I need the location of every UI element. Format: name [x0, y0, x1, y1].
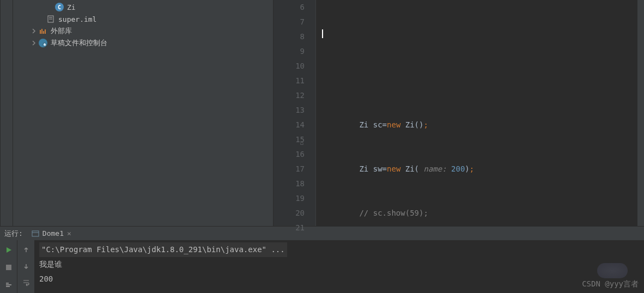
run-toolbar-secondary — [17, 240, 35, 293]
line-number: 10 — [274, 59, 305, 74]
run-tab-label: Dome1 — [42, 229, 64, 237]
scratch-icon — [39, 39, 47, 47]
up-button[interactable] — [21, 245, 32, 255]
line-number: 19 — [274, 191, 305, 206]
line-number: 9 — [274, 44, 305, 59]
down-button[interactable] — [21, 261, 32, 272]
tree-item-class-zi[interactable]: C Zi — [1, 1, 273, 13]
line-number: 14 — [274, 118, 305, 132]
line-number: 13 — [274, 103, 305, 118]
line-number: 17 — [274, 162, 305, 176]
editor-gutter[interactable]: 6 7 8 9 10 11 12 13 14 15⌂ 16 17 18 19 2… — [274, 0, 316, 226]
rerun-button[interactable] — [3, 245, 14, 255]
tree-label: Zi — [67, 3, 76, 11]
tree-item-iml[interactable]: super.iml — [1, 13, 273, 25]
console-line: 200 — [39, 272, 644, 286]
console-output[interactable]: "C:\Program Files\Java\jdk1.8.0_291\bin\… — [35, 240, 644, 293]
project-sidebar: C Zi super.iml 外部库 草稿文件和控制台 — [0, 0, 274, 226]
svg-rect-3 — [40, 30, 41, 34]
chevron-right-icon — [31, 40, 37, 46]
svg-rect-11 — [32, 231, 39, 236]
tree-label: 草稿文件和控制台 — [51, 38, 107, 48]
line-number: 21 — [274, 221, 305, 235]
file-icon — [46, 15, 55, 23]
line-number: 8 — [274, 29, 305, 44]
tree-label: super.iml — [58, 15, 96, 23]
svg-rect-13 — [6, 265, 11, 270]
library-icon — [39, 27, 47, 35]
close-icon[interactable]: × — [67, 229, 71, 237]
method-end-icon: ⌂ — [300, 136, 303, 150]
console-line: "C:\Program Files\Java\jdk1.8.0_291\bin\… — [39, 242, 287, 257]
run-tab[interactable]: Dome1 × — [29, 227, 74, 240]
editor: 6 7 8 9 10 11 12 13 14 15⌂ 16 17 18 19 2… — [274, 0, 644, 226]
caret — [322, 29, 323, 38]
line-number: 6 — [274, 0, 305, 15]
tree-label: 外部库 — [51, 26, 72, 36]
chevron-right-icon — [31, 28, 37, 34]
console-line: 我是谁 — [39, 257, 644, 272]
svg-rect-4 — [41, 29, 42, 34]
php-badge-icon — [597, 263, 628, 278]
watermark: CSDN @yyy言者 — [582, 277, 639, 291]
layout-button[interactable] — [3, 279, 14, 290]
tree-item-ext-libraries[interactable]: 外部库 — [1, 25, 273, 37]
line-number: 20 — [274, 206, 305, 221]
soft-wrap-button[interactable] — [21, 277, 32, 288]
line-number: 15⌂ — [274, 132, 305, 147]
editor-scrollbar[interactable] — [637, 0, 644, 226]
application-icon — [32, 230, 39, 237]
line-number: 11 — [274, 74, 305, 88]
line-number: 18 — [274, 176, 305, 191]
code-area[interactable]: Zi sc=new Zi(); Zi sw=new Zi( name: 200)… — [316, 0, 637, 226]
svg-rect-5 — [43, 31, 44, 34]
class-icon: C — [55, 3, 64, 11]
line-number: 12 — [274, 88, 305, 103]
line-number: 7 — [274, 15, 305, 29]
tree-item-scratches[interactable]: 草稿文件和控制台 — [1, 37, 273, 49]
run-toolbar-primary — [0, 240, 17, 293]
stop-button[interactable] — [3, 262, 14, 273]
svg-rect-6 — [45, 29, 46, 34]
run-label: 运行: — [4, 229, 23, 239]
